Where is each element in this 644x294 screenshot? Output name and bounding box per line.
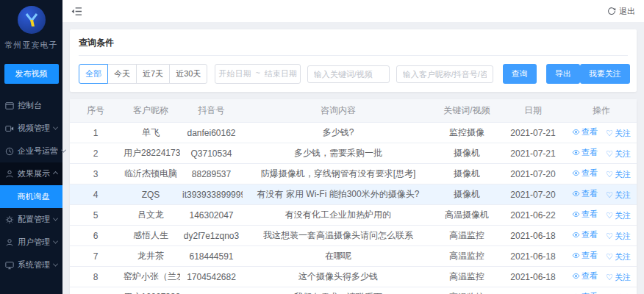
sidebar-item-video-management[interactable]: 视频管理 <box>0 117 62 140</box>
view-link[interactable]: 查看 <box>572 250 598 261</box>
view-link[interactable]: 查看 <box>572 270 598 282</box>
sidebar-item-dashboard[interactable]: 控制台 <box>0 94 62 117</box>
logo: 常州亚宾电子 <box>0 0 62 51</box>
logout-icon <box>607 7 616 15</box>
heart-icon: ♡ <box>606 273 613 282</box>
range-30days-button[interactable]: 近30天 <box>169 64 207 84</box>
cell-index: 6 <box>70 226 121 246</box>
sidebar-item-enterprise-operation[interactable]: 企业号运营 <box>0 140 62 162</box>
cell-actions: 查看♡关注 <box>566 184 637 205</box>
range-7days-button[interactable]: 近7天 <box>136 64 170 84</box>
range-all-button[interactable]: 全部 <box>79 64 108 84</box>
cell-index: 7 <box>70 246 121 267</box>
view-link[interactable]: 查看 <box>572 168 598 179</box>
cell-keyword: 高温监控 <box>434 226 500 246</box>
sidebar-item-label: 企业号运营 <box>18 146 58 157</box>
inquiry-table-panel: 序号 客户昵称 抖音号 咨询内容 关键词/视频 日期 操作 1单飞danfei6… <box>70 99 637 294</box>
eye-icon <box>572 251 580 259</box>
chevron-down-icon <box>53 216 58 221</box>
sidebar-item-config-management[interactable]: 配置管理 <box>0 208 62 231</box>
cell-content: 多少钱? <box>243 123 434 143</box>
cell-actions: 查看♡关注 <box>566 226 637 246</box>
follow-link[interactable]: ♡关注 <box>606 251 631 262</box>
col-header-content: 咨询内容 <box>243 99 434 123</box>
follow-link[interactable]: ♡关注 <box>606 272 631 283</box>
cell-index: 9 <box>70 287 121 294</box>
cell-index: 1 <box>70 123 121 143</box>
heart-icon: ♡ <box>606 129 613 137</box>
view-link[interactable]: 查看 <box>572 229 598 240</box>
view-link[interactable]: 查看 <box>572 291 598 294</box>
cell-date: 2021-06-18 <box>500 267 566 287</box>
table-row: 1单飞danfei60162多少钱?监控摄像2021-07-21查看♡关注 <box>70 123 637 143</box>
view-link[interactable]: 查看 <box>572 126 598 137</box>
collapse-sidebar-button[interactable] <box>71 7 82 16</box>
cell-content: 多少钱，需要采购一批 <box>243 143 434 164</box>
table-row: 2用户282241734Q3710534多少钱，需要采购一批摄像机2021-07… <box>70 143 637 164</box>
cell-douyin-id: 146302047 <box>180 205 243 226</box>
sidebar-subitem-business-inquiry-active[interactable]: 商机询盘 <box>0 185 62 208</box>
topbar: 退出 <box>62 0 644 22</box>
logout-button[interactable]: 退出 <box>607 6 635 17</box>
view-link[interactable]: 查看 <box>572 147 598 158</box>
sidebar-item-user-management[interactable]: 用户管理 <box>0 231 62 254</box>
follow-link[interactable]: ♡关注 <box>606 231 631 242</box>
search-button[interactable]: 查询 <box>503 64 537 84</box>
view-link[interactable]: 查看 <box>572 188 598 199</box>
customer-input[interactable] <box>396 65 493 83</box>
cell-date: 2021-07-20 <box>500 164 566 184</box>
sidebar-menu: 控制台 视频管理 企业号运营 效果展示 商机询盘 <box>0 94 62 276</box>
range-today-button[interactable]: 今天 <box>107 64 137 84</box>
view-link[interactable]: 查看 <box>572 209 598 220</box>
cell-keyword: 摄像机 <box>434 164 500 184</box>
cell-douyin-id: danfei60162 <box>180 123 243 143</box>
eye-icon <box>572 169 580 177</box>
table-row: 5吕文龙146302047有没有化工企业加热炉用的高温摄像机2021-06-22… <box>70 205 637 226</box>
cell-date: 2021-06-18 <box>500 287 566 294</box>
heart-icon: ♡ <box>606 232 613 240</box>
follow-link[interactable]: ♡关注 <box>606 169 631 180</box>
col-header-date: 日期 <box>500 99 566 123</box>
main-area: 退出 查询条件 全部 今天 近7天 近30天 开始日期 ~ 结束日期 <box>62 0 644 294</box>
start-date-placeholder: 开始日期 <box>218 68 251 79</box>
eye-icon <box>572 148 580 157</box>
my-follow-button[interactable]: 我要关注 <box>580 64 630 84</box>
date-range-picker[interactable]: 开始日期 ~ 结束日期 <box>215 64 300 84</box>
follow-link[interactable]: ♡关注 <box>606 128 631 139</box>
cell-nickname: 用户1666733918132 <box>121 287 180 294</box>
publish-video-button[interactable]: 发布视频 <box>4 64 59 84</box>
follow-link[interactable]: ♡关注 <box>606 210 631 221</box>
date-separator: ~ <box>255 68 260 79</box>
cell-nickname: 用户282241734 <box>121 143 180 164</box>
cell-actions: 查看♡关注 <box>566 287 637 294</box>
cell-nickname: 临沂杰顿电脑 <box>121 164 180 184</box>
cell-keyword: 高温监控 <box>434 267 500 287</box>
cell-content: 这个摄像头得多少钱 <box>243 267 434 287</box>
cell-date: 2021-07-21 <box>500 143 566 164</box>
eye-icon <box>572 272 580 280</box>
follow-link[interactable]: ♡关注 <box>606 190 631 201</box>
col-header-douyin-id: 抖音号 <box>180 99 243 123</box>
follow-link[interactable]: ♡关注 <box>606 148 631 159</box>
sidebar-group-results: 效果展示 商机询盘 <box>0 162 62 208</box>
cell-douyin-id: 88289537 <box>180 164 243 184</box>
cell-keyword: 高温监控 <box>434 287 500 294</box>
heart-icon: ♡ <box>606 191 613 199</box>
heart-icon: ♡ <box>606 150 613 158</box>
sidebar: 常州亚宾电子 发布视频 控制台 视频管理 企业号运营 效果展示 <box>0 0 62 294</box>
keyword-input[interactable] <box>307 65 390 83</box>
filter-row: 全部 今天 近7天 近30天 开始日期 ~ 结束日期 查询 导出 我要关注 <box>79 64 628 84</box>
sidebar-item-results-display[interactable]: 效果展示 <box>0 162 62 185</box>
table-row: 6感悟人生dy2f7e1zqno3我这想装一套高温摄像头请问怎么联系高温监控20… <box>70 226 637 246</box>
logout-label: 退出 <box>619 6 635 17</box>
cell-index: 5 <box>70 205 121 226</box>
col-header-nickname: 客户昵称 <box>121 99 180 123</box>
cell-keyword: 监控摄像 <box>434 123 500 143</box>
video-icon <box>5 124 14 133</box>
cell-index: 2 <box>70 143 121 164</box>
export-button[interactable]: 导出 <box>546 64 580 84</box>
cell-content: 防爆摄像机，穿线钢管有没有要求[思考] <box>243 164 434 184</box>
date-range-quick-buttons: 全部 今天 近7天 近30天 <box>79 64 207 84</box>
sidebar-item-system-management[interactable]: 系统管理 <box>0 254 62 276</box>
query-panel: 查询条件 全部 今天 近7天 近30天 开始日期 ~ 结束日期 <box>70 29 637 92</box>
